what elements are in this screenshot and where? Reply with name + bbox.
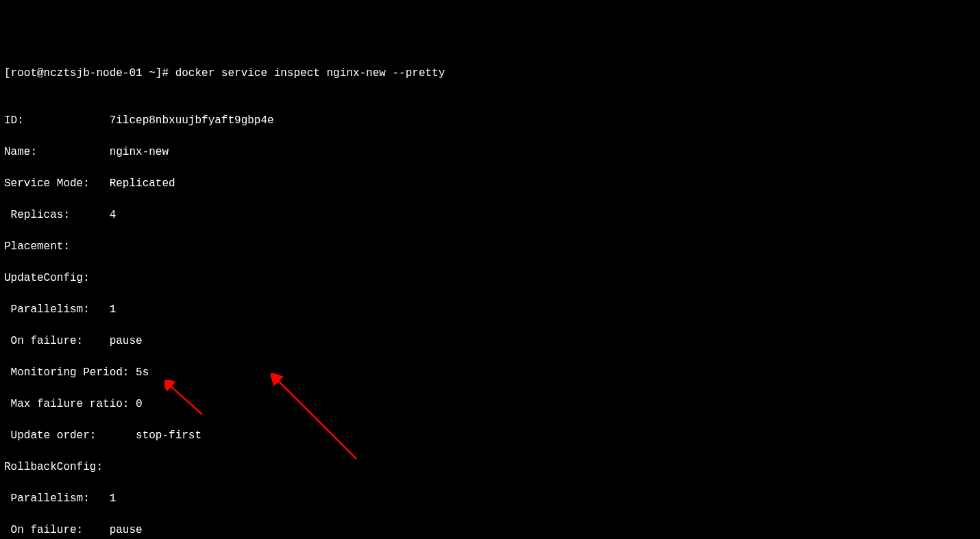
u-fail-label: On failure: [4, 335, 110, 347]
r-parallel-value: 1 [110, 492, 117, 505]
u-monitor-value: 5s [136, 366, 149, 379]
id-line: ID: 7ilcep8nbxuujbfyaft9gbp4e [4, 113, 976, 129]
u-monitor-label: Monitoring Period: [4, 366, 136, 379]
prompt: [root@ncztsjb-node-01 ~]# [4, 67, 175, 79]
mode-line: Service Mode: Replicated [4, 176, 976, 192]
mode-value: Replicated [110, 177, 175, 190]
command-text: docker service inspect nginx-new --prett… [175, 67, 445, 79]
command-line[interactable]: [root@ncztsjb-node-01 ~]# docker service… [4, 66, 976, 82]
u-maxfail-value: 0 [136, 398, 143, 410]
id-label: ID: [4, 114, 110, 127]
r-fail-line: On failure: pause [4, 523, 976, 538]
name-label: Name: [4, 146, 110, 158]
r-parallel-label: Parallelism: [4, 492, 110, 505]
replicas-line: Replicas: 4 [4, 208, 976, 223]
svg-line-3 [278, 380, 356, 459]
placement-line: Placement: [4, 239, 976, 255]
r-fail-value: pause [110, 524, 143, 536]
name-line: Name: nginx-new [4, 145, 976, 160]
u-parallel-line: Parallelism: 1 [4, 302, 976, 318]
mode-label: Service Mode: [4, 177, 110, 190]
rollbackconfig-line: RollbackConfig: [4, 460, 976, 475]
name-value: nginx-new [110, 146, 169, 158]
u-order-label: Update order: [4, 429, 136, 442]
u-fail-line: On failure: pause [4, 334, 976, 349]
updateconfig-line: UpdateConfig: [4, 271, 976, 286]
replicas-value: 4 [110, 209, 117, 221]
id-value: 7ilcep8nbxuujbfyaft9gbp4e [110, 114, 274, 127]
u-parallel-label: Parallelism: [4, 303, 110, 316]
u-monitor-line: Monitoring Period: 5s [4, 365, 976, 381]
u-maxfail-label: Max failure ratio: [4, 398, 136, 410]
r-fail-label: On failure: [4, 524, 110, 536]
u-fail-value: pause [110, 335, 143, 347]
annotation-arrow-icon [271, 373, 360, 462]
u-parallel-value: 1 [110, 303, 117, 316]
u-order-value: stop-first [136, 429, 201, 442]
u-maxfail-line: Max failure ratio: 0 [4, 397, 976, 412]
r-parallel-line: Parallelism: 1 [4, 491, 976, 507]
u-order-line: Update order: stop-first [4, 428, 976, 444]
replicas-label: Replicas: [4, 209, 110, 221]
